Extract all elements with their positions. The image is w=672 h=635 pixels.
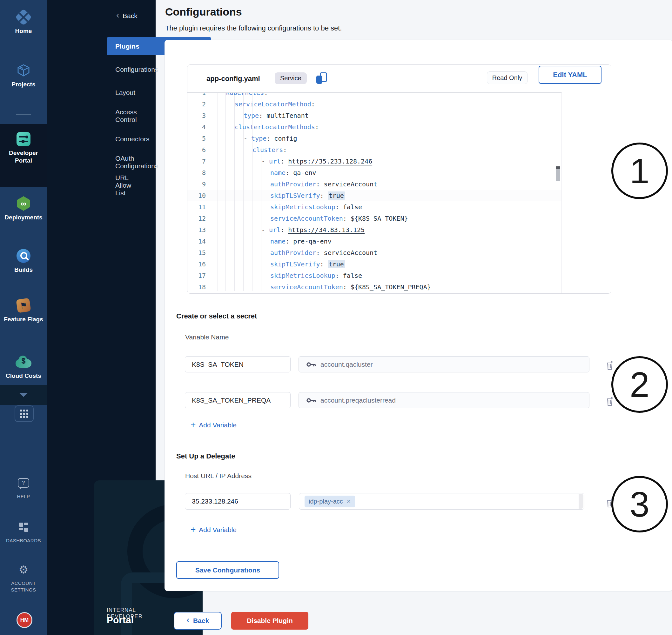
code-token: skipMetricsLookup: [270, 203, 335, 211]
code-token: -: [261, 226, 269, 234]
code-token: :: [259, 112, 266, 119]
module-picker-button[interactable]: [15, 406, 34, 422]
editor-header: app-config.yaml Service Read Only Edit Y…: [187, 65, 611, 92]
dashboards-icon: [0, 519, 47, 535]
add-variable-button[interactable]: + Add Variable: [191, 420, 237, 431]
plugin-nav-item-access-control[interactable]: Access Control: [115, 110, 137, 122]
code-token: clusterLocatorMethods: [235, 123, 315, 131]
plugin-nav-item-configurations[interactable]: Configurations: [115, 64, 158, 75]
code-line-5[interactable]: 5- type: config: [187, 133, 559, 144]
user-avatar[interactable]: HM: [17, 612, 32, 628]
code-line-15[interactable]: 15authProvider: serviceAccount: [187, 247, 559, 259]
sidebar-item-deployments[interactable]: ∞ Deployments: [0, 195, 47, 221]
copy-icon[interactable]: [316, 72, 327, 84]
code-token: :: [320, 192, 328, 199]
secret-select[interactable]: account.preqaclusterread: [299, 392, 589, 408]
line-number: 6: [187, 144, 206, 156]
remove-tag-icon[interactable]: ✕: [346, 498, 351, 505]
code-token: ${K8S_SA_TOKEN_PREQA}: [351, 283, 431, 291]
service-badge: Service: [275, 72, 307, 84]
add-delegate-label: Add Variable: [199, 526, 237, 534]
variable-name-input[interactable]: K8S_SA_TOKEN: [185, 356, 290, 372]
delete-variable-button[interactable]: [606, 361, 614, 370]
code-line-3[interactable]: 3type: multiTenant: [187, 110, 559, 121]
code-line-14[interactable]: 14name: pre-qa-env: [187, 236, 559, 247]
save-configurations-button[interactable]: Save Configurations: [176, 561, 279, 579]
line-number: 10: [187, 190, 206, 201]
code-line-2[interactable]: 2serviceLocatorMethod:: [187, 98, 559, 110]
code-token: serviceAccountToken: [270, 283, 343, 291]
code-token: -: [261, 157, 269, 165]
code-token: true: [328, 260, 345, 268]
code-token: multiTenant: [266, 112, 308, 119]
secret-select[interactable]: account.qacluster: [299, 356, 589, 372]
code-token: type: [251, 135, 266, 142]
annotation-circle-2: 2: [611, 356, 668, 413]
back-button[interactable]: ‹ Back: [174, 612, 222, 630]
disable-plugin-button[interactable]: Disable Plugin: [231, 612, 308, 630]
sidebar-item-cloud-costs[interactable]: $ Cloud Costs: [0, 354, 47, 380]
variable-name-input[interactable]: K8S_SA_TOKEN_PREQA: [185, 392, 290, 408]
line-number: 16: [187, 259, 206, 270]
line-number: 15: [187, 247, 206, 259]
code-line-13[interactable]: 13- url: https://34.83.13.125: [187, 224, 559, 236]
host-url-input[interactable]: 35.233.128.246: [185, 493, 290, 509]
sidebar-item-home[interactable]: Home: [0, 9, 47, 35]
code-line-18[interactable]: 18serviceAccountToken: ${K8S_SA_TOKEN_PR…: [187, 281, 559, 293]
code-line-10[interactable]: 10skipTLSVerify: true: [187, 190, 559, 201]
code-token: :: [335, 272, 343, 279]
code-token: authProvider: [270, 249, 316, 257]
code-line-16[interactable]: 16skipTLSVerify: true: [187, 259, 559, 270]
edit-yaml-button[interactable]: Edit YAML: [539, 66, 602, 84]
code-token: name: [270, 169, 285, 177]
code-token: qa-env: [293, 169, 316, 177]
sidebar-item-dashboards[interactable]: DASHBOARDS: [0, 519, 47, 544]
tag-label: idp-play-acc: [309, 498, 343, 505]
tag-field-scrollbar[interactable]: [579, 494, 583, 509]
sidebar-divider: [16, 114, 31, 115]
code-line-12[interactable]: 12serviceAccountToken: ${K8S_SA_TOKEN}: [187, 213, 559, 224]
plugin-nav-item-connectors[interactable]: Connectors: [115, 133, 149, 145]
code-line-9[interactable]: 9authProvider: serviceAccount: [187, 178, 559, 190]
trash-icon: [606, 397, 614, 406]
code-url[interactable]: https://35.233.128.246: [288, 157, 372, 165]
plus-icon: +: [191, 422, 196, 428]
module-sidebar: Home Projects Developer Portal ∞ Deploym…: [0, 0, 47, 635]
line-number: 4: [187, 121, 206, 133]
delete-variable-button[interactable]: [606, 397, 614, 406]
page-subtitle: The plugin requires the following config…: [165, 24, 342, 32]
code-line-17[interactable]: 17skipMetricsLookup: false: [187, 270, 559, 281]
code-url[interactable]: https://34.83.13.125: [288, 226, 365, 234]
help-chat-icon: ?: [0, 475, 47, 491]
module-collapse-band[interactable]: [0, 385, 47, 405]
line-number: 7: [187, 156, 206, 167]
code-line-8[interactable]: 8name: qa-env: [187, 167, 559, 178]
delegate-tag-chip[interactable]: idp-play-acc ✕: [305, 496, 355, 507]
plugin-nav-item-oauth-configurations[interactable]: OAuth Configurations: [115, 156, 158, 168]
code-token: -: [244, 135, 251, 142]
delegate-tags-input[interactable]: idp-play-acc ✕: [299, 493, 584, 509]
sidebar-item-account-settings[interactable]: ⚙ ACCOUNT SETTINGS: [0, 561, 47, 593]
sidebar-item-developer-portal[interactable]: Developer Portal: [0, 131, 47, 165]
sidebar-item-help[interactable]: ? HELP: [0, 475, 47, 500]
secret-value: account.preqaclusterread: [321, 397, 396, 404]
sidebar-item-builds[interactable]: Builds: [0, 248, 47, 274]
code-token: :: [316, 180, 324, 188]
code-line-4[interactable]: 4clusterLocatorMethods:: [187, 121, 559, 133]
sidebar-item-projects[interactable]: Projects: [0, 62, 47, 88]
add-delegate-button[interactable]: + Add Variable: [191, 525, 237, 535]
code-token: :: [343, 283, 351, 291]
code-line-11[interactable]: 11skipMetricsLookup: false: [187, 201, 559, 213]
cloud-costs-icon: $: [0, 354, 47, 370]
sidebar-item-feature-flags[interactable]: ⚑ Feature Flags: [0, 297, 47, 323]
deployments-icon: ∞: [0, 195, 47, 212]
code-token: skipTLSVerify: [270, 192, 320, 199]
plugin-nav-item-layout[interactable]: Layout: [115, 87, 135, 98]
code-token: url: [269, 157, 280, 165]
code-line-7[interactable]: 7- url: https://35.233.128.246: [187, 156, 559, 167]
code-token: :: [320, 260, 328, 268]
chevron-down-icon[interactable]: [19, 393, 28, 397]
plugin-nav-item-url-allow-list[interactable]: URL Allow List: [115, 180, 131, 191]
code-line-6[interactable]: 6clusters:: [187, 144, 559, 156]
nav-back-button[interactable]: ‹ Back: [116, 9, 137, 22]
